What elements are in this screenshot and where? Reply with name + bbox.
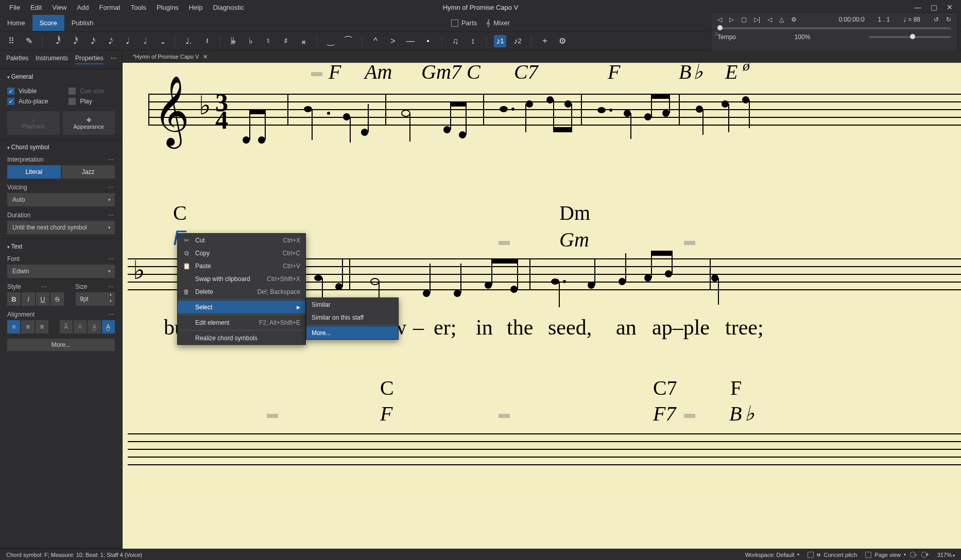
font-reset-icon[interactable]: ⋯ [108,255,115,262]
drag-grip-icon[interactable]: ⠿ [714,31,718,37]
mixer-button[interactable]: 𝄞Mixer [486,19,510,27]
font-dropdown[interactable]: Edwin [7,265,115,278]
toolbar-settings-icon[interactable]: ⚙ [556,35,569,47]
voicing-reset-icon[interactable]: ⋯ [108,184,115,191]
chord-symbol[interactable]: C [173,201,187,225]
align-top-button[interactable]: A̅ [60,320,73,334]
window-close-icon[interactable]: ✕ [947,3,953,11]
undo-playback-icon[interactable]: ↺ [934,16,939,23]
tie-icon[interactable]: ‿ [324,35,337,47]
tab-score[interactable]: Score [32,15,64,31]
layout-handle[interactable] [499,414,510,418]
add-icon[interactable]: ＋ [539,35,551,47]
tuplet-icon[interactable]: ♫ [449,35,461,47]
sharp-icon[interactable]: ♯ [280,35,292,47]
ctx-edit-element[interactable]: Edit elementF2; Alt+Shift+E [178,316,305,329]
sidetab-palettes[interactable]: Palettes [6,55,28,64]
align-middle-button[interactable]: A [74,320,87,334]
lyric[interactable]: the [507,315,533,340]
layout-handle[interactable] [684,414,695,418]
menu-help[interactable]: Help [184,2,208,13]
chord-symbol[interactable]: Dm [559,201,590,225]
cuesize-checkbox[interactable] [68,87,76,95]
note-whole-icon[interactable]: 𝅝 [155,35,167,47]
note-half-icon[interactable]: 𝅗𝅥 [138,35,150,47]
redo-playback-icon[interactable]: ↻ [946,16,951,23]
loop-icon[interactable]: ▢ [741,16,747,23]
zoom-level[interactable]: 317% [937,552,955,558]
score-canvas[interactable]: 𝄞 ♭ 3 4 [123,63,961,549]
interpretation-reset-icon[interactable]: ⋯ [108,156,115,163]
chord-symbol[interactable]: ø [743,63,750,74]
settings-gear-icon[interactable]: ⚙ [791,16,797,23]
chord-symbol[interactable]: F [380,401,392,426]
general-header[interactable]: General [7,73,115,80]
strike-button[interactable]: S [50,292,64,306]
chord-symbol[interactable]: F [730,376,742,400]
note-16th-icon[interactable]: 𝅘𝅥𝅯 [85,35,97,47]
chord-symbol[interactable]: C7 [653,376,677,400]
tab-publish[interactable]: Publish [64,15,101,31]
italic-button[interactable]: I [22,292,35,306]
lyric[interactable]: er; [434,315,456,340]
voice-1-button[interactable]: ♪1 [494,35,506,47]
voice-2-button[interactable]: ♪2 [511,35,524,47]
rest-icon[interactable]: 𝄽 [200,35,212,47]
ctx-delete[interactable]: 🗑DeleteDel; Backspace [178,285,305,298]
note-32nd-icon[interactable]: 𝅘𝅥𝅰 [67,35,80,47]
zoom-out-icon[interactable]: ⃝– [914,551,917,558]
jazz-button[interactable]: Jazz [62,165,115,179]
ctx-paste[interactable]: 📋PasteCtrl+V [178,259,305,272]
ctx-realize-chords[interactable]: Realize chord symbols [178,331,305,344]
note-8th-icon[interactable]: 𝅘𝅥𝅮 [102,35,115,47]
pencil-icon[interactable]: ✎ [23,35,35,47]
zoom-in-icon[interactable]: ⃝+ [925,551,929,558]
toolbar-grip-icon[interactable]: ⠿ [5,35,18,47]
ctx-select-more[interactable]: More... [306,326,398,339]
menu-plugins[interactable]: Plugins [151,2,184,13]
menu-add[interactable]: Add [72,2,94,13]
sidetab-instruments[interactable]: Instruments [36,55,68,64]
align-center-button[interactable]: ≡ [21,320,34,334]
ctx-select-similar[interactable]: Similar [306,298,398,311]
text-header[interactable]: Text [7,243,115,250]
voicing-dropdown[interactable]: Auto [7,193,115,206]
lyric[interactable]: an [616,315,637,340]
appearance-button[interactable]: ✥Appearance [63,111,115,135]
flip-icon[interactable]: ↕ [467,35,479,47]
align-bottom-button[interactable]: A̲ [102,320,115,334]
slur-icon[interactable]: ⁀ [342,35,354,47]
lyric[interactable]: ap–ple [652,315,710,340]
marcato-icon[interactable]: ^ [369,35,382,47]
close-tab-icon[interactable]: ✕ [203,54,208,60]
chord-symbol[interactable]: C7 [514,63,538,84]
play-checkbox[interactable] [68,98,76,105]
rewind-icon[interactable]: ◁ [717,16,722,23]
menu-tools[interactable]: Tools [126,2,151,13]
double-sharp-icon[interactable]: 𝄪 [297,35,310,47]
chord-symbol[interactable]: B [679,63,691,84]
more-button[interactable]: More... [7,339,115,351]
workspace-dropdown[interactable]: Workspace: Default [745,552,800,558]
chord-symbol[interactable]: B [729,401,742,426]
flat-icon[interactable]: ♭ [245,35,257,47]
tab-home[interactable]: Home [0,15,32,31]
double-flat-icon[interactable]: 𝄫 [227,35,239,47]
note-64th-icon[interactable]: 𝅘𝅥𝅱 [50,35,62,47]
menu-file[interactable]: File [4,2,25,13]
tempo-slider[interactable] [869,36,951,38]
metronome-icon[interactable]: ◁ [767,16,772,23]
duration-dropdown[interactable]: Until the next chord symbol [7,221,115,234]
autoplace-checkbox[interactable]: ✓ [7,98,14,105]
align-right-button[interactable]: ≡ [36,320,48,334]
tenuto-icon[interactable]: — [404,35,417,47]
sidetabs-overflow-icon[interactable]: ⋯ [111,55,117,64]
accent-icon[interactable]: > [387,35,399,47]
staccato-icon[interactable]: • [422,35,434,47]
visible-checkbox[interactable]: ✓ [7,87,14,95]
menu-diagnostic[interactable]: Diagnostic [208,2,249,13]
chord-symbol[interactable]: Gm7 [421,63,461,84]
fast-forward-icon[interactable]: ▷| [754,16,760,23]
chord-symbol[interactable]: C [380,376,394,400]
note-quarter-icon[interactable]: 𝅘𝅥 [120,35,132,47]
